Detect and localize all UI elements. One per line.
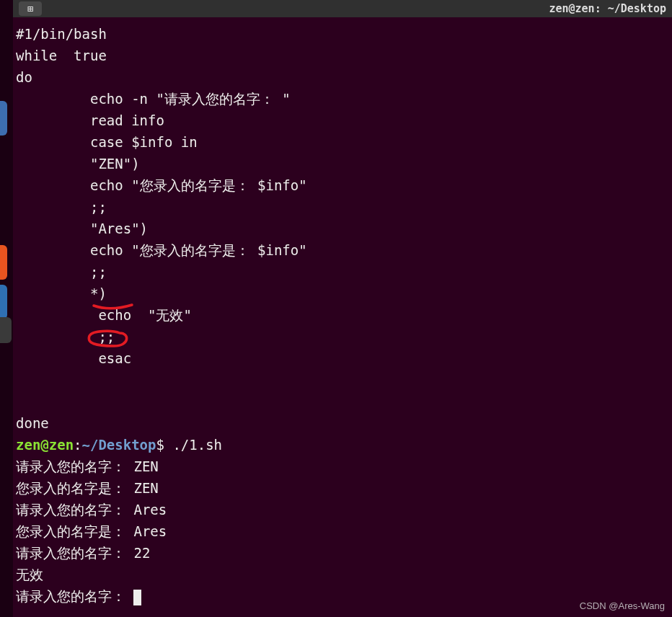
code-line: *) bbox=[16, 285, 107, 301]
dock-icon-2[interactable] bbox=[0, 245, 7, 280]
terminal-output[interactable]: #1/bin/bash while true do echo -n "请录入您的… bbox=[13, 17, 672, 617]
dock-icon-3[interactable] bbox=[0, 285, 7, 319]
output-line: 您录入的名字是： ZEN bbox=[16, 480, 159, 496]
prompt-path: ~/Desktop bbox=[82, 437, 156, 453]
menu-icon: ⊞ bbox=[27, 3, 33, 14]
window-title: zen@zen: ~/Desktop bbox=[549, 2, 666, 15]
output-line: 您录入的名字是： Ares bbox=[16, 523, 167, 539]
prompt-dollar: $ bbox=[156, 437, 172, 453]
code-line: echo "您录入的名字是： $info" bbox=[16, 177, 307, 193]
code-line: "ZEN") bbox=[16, 156, 140, 172]
output-line: 请录入您的名字： Ares bbox=[16, 502, 167, 518]
left-edge-hint bbox=[0, 317, 12, 343]
output-line: 请录入您的名字： 22 bbox=[16, 545, 150, 561]
code-line: #1/bin/bash bbox=[16, 26, 107, 42]
code-line: ;; bbox=[16, 199, 107, 215]
output-line: 请录入您的名字： bbox=[16, 588, 133, 604]
dock-icon-1[interactable] bbox=[0, 101, 7, 136]
prompt-user: zen@zen bbox=[16, 437, 74, 453]
command-text: ./1.sh bbox=[172, 437, 222, 453]
titlebar-menu-button[interactable]: ⊞ bbox=[19, 1, 42, 16]
watermark-text: CSDN @Ares-Wang bbox=[580, 600, 665, 611]
dock-sidebar bbox=[0, 0, 13, 617]
code-line: done bbox=[16, 415, 49, 431]
code-line: ;; bbox=[16, 329, 115, 345]
output-line: 无效 bbox=[16, 567, 43, 582]
code-line: echo -n "请录入您的名字： " bbox=[16, 91, 291, 107]
code-line: ;; bbox=[16, 264, 107, 280]
output-line: 请录入您的名字： ZEN bbox=[16, 458, 159, 474]
code-line: do bbox=[16, 69, 32, 85]
code-line: "Ares") bbox=[16, 221, 148, 236]
code-line: esac bbox=[16, 350, 131, 366]
code-line: read info bbox=[16, 112, 164, 128]
code-line: case $info in bbox=[16, 134, 198, 150]
code-line: echo "您录入的名字是： $info" bbox=[16, 242, 307, 258]
window-titlebar: ⊞ zen@zen: ~/Desktop bbox=[13, 0, 672, 17]
terminal-cursor bbox=[133, 590, 141, 605]
code-line: echo "无效" bbox=[16, 307, 192, 323]
prompt-colon: : bbox=[74, 437, 81, 453]
code-line: while true bbox=[16, 48, 107, 63]
